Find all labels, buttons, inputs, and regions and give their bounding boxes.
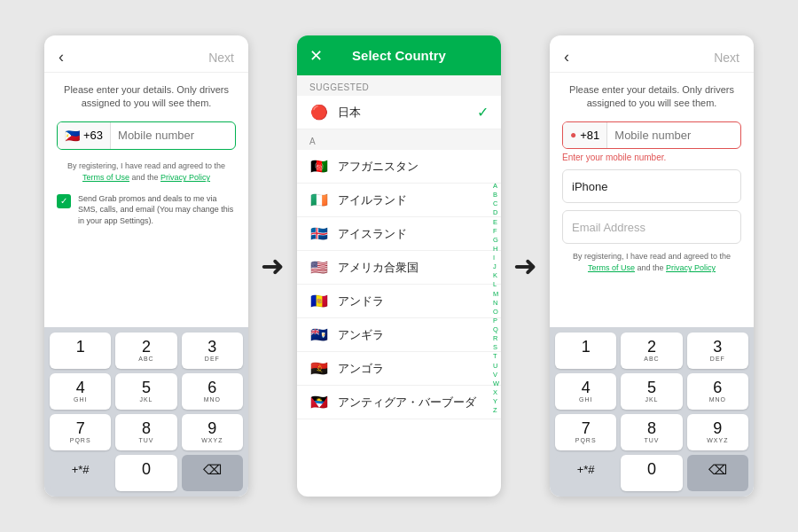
numpad-key-5[interactable]: 5 JKL: [115, 373, 176, 410]
main-container: ‹ Next Please enter your details. Only d…: [27, 18, 771, 514]
left-terms-of-use-link[interactable]: Terms of Use: [82, 173, 129, 182]
right-phone-body: Please enter your details. Only drivers …: [550, 73, 754, 327]
right-back-button[interactable]: ‹: [564, 48, 569, 66]
device-name-row: iPhone: [562, 169, 741, 203]
right-privacy-policy-link[interactable]: Privacy Policy: [666, 263, 716, 272]
anguilla-flag: 🇦🇮: [309, 326, 329, 343]
right-numpad-key-special[interactable]: +*#: [555, 455, 616, 491]
country-item-angola[interactable]: 🇦🇴 アンゴラ: [297, 352, 501, 386]
modal-header: ✕ Select Country: [297, 35, 501, 75]
numpad-key-7[interactable]: 7 PQRS: [50, 414, 111, 450]
right-country-code[interactable]: ● +81: [563, 122, 607, 148]
japan-flag: 🔴: [309, 104, 329, 121]
andorra-name: アンドラ: [338, 293, 489, 309]
country-item-andorra[interactable]: 🇦🇩 アンドラ: [297, 285, 501, 318]
left-promo-checkbox[interactable]: ✓: [57, 194, 71, 208]
right-numpad-key-9[interactable]: 9 WXYZ: [687, 414, 748, 450]
numpad-key-9[interactable]: 9 WXYZ: [182, 414, 243, 450]
right-next-button[interactable]: Next: [714, 51, 739, 65]
country-item-iceland[interactable]: 🇮🇸 アイスランド: [297, 217, 501, 251]
arrow-modal-to-right: ➜: [510, 249, 541, 283]
ireland-name: アイルランド: [338, 192, 489, 208]
afghanistan-flag: 🇦🇫: [309, 158, 329, 175]
iceland-flag: 🇮🇸: [309, 225, 329, 242]
error-message: Enter your mobile number.: [562, 153, 741, 162]
country-item-japan[interactable]: 🔴 日本 ✓: [297, 96, 501, 129]
numpad-key-0[interactable]: 0: [115, 455, 176, 491]
right-code-text: +81: [580, 129, 599, 142]
country-item-afghanistan[interactable]: 🇦🇫 アフガニスタン: [297, 150, 501, 184]
left-back-button[interactable]: ‹: [59, 48, 64, 66]
ireland-flag: 🇮🇪: [309, 192, 329, 208]
left-phone-header: ‹ Next: [44, 35, 248, 73]
arrow-left-to-modal: ➜: [257, 249, 288, 283]
right-phone-input-row[interactable]: ● +81: [562, 121, 741, 149]
country-select-modal: ✕ Select Country SUGGESTED 🔴 日本 ✓ A 🇦🇫 ア…: [297, 35, 501, 497]
right-numpad-key-1[interactable]: 1: [555, 332, 616, 369]
country-item-usa[interactable]: 🇺🇸 アメリカ合衆国: [297, 251, 501, 285]
left-country-code[interactable]: 🇵🇭 +63: [58, 122, 111, 149]
left-next-button[interactable]: Next: [208, 51, 234, 65]
japan-name: 日本: [338, 105, 468, 121]
anguilla-name: アンギラ: [338, 327, 489, 343]
right-numpad-key-4[interactable]: 4 GHI: [555, 373, 616, 410]
numpad-key-special[interactable]: +*#: [50, 455, 111, 491]
right-arrow-icon-1: ➜: [261, 249, 285, 283]
numpad-key-8[interactable]: 8 TUV: [115, 414, 176, 450]
right-numpad-key-5[interactable]: 5 JKL: [621, 373, 682, 410]
left-code-text: +63: [83, 129, 103, 142]
numpad-key-4[interactable]: 4 GHI: [50, 373, 111, 410]
iceland-name: アイスランド: [338, 226, 489, 242]
email-placeholder-text: Email Address: [572, 221, 645, 234]
right-flag-jp: ●: [570, 129, 576, 141]
left-phone-input-row[interactable]: 🇵🇭 +63: [57, 121, 236, 150]
angola-flag: 🇦🇴: [309, 360, 329, 377]
numpad-key-backspace[interactable]: ⌫: [182, 455, 243, 491]
numpad-key-6[interactable]: 6 MNO: [182, 373, 243, 410]
country-list[interactable]: 🇦🇫 アフガニスタン 🇮🇪 アイルランド 🇮🇸 アイスランド 🇺🇸 アメリカ合衆…: [297, 150, 501, 496]
left-promo-text: Send Grab promos and deals to me via SMS…: [78, 193, 236, 227]
usa-name: アメリカ合衆国: [338, 260, 489, 276]
section-a-label: A: [297, 129, 501, 150]
usa-flag: 🇺🇸: [309, 259, 329, 276]
right-terms-of-use-link[interactable]: Terms of Use: [588, 263, 635, 272]
suggested-section-label: SUGGESTED: [297, 75, 501, 96]
numpad-key-2[interactable]: 2 ABC: [115, 332, 176, 369]
country-item-anguilla[interactable]: 🇦🇮 アンギラ: [297, 318, 501, 352]
left-flag-ph: 🇵🇭: [65, 129, 80, 143]
antigua-name: アンティグア・バーブーダ: [338, 395, 489, 411]
right-numpad-key-7[interactable]: 7 PQRS: [555, 414, 616, 450]
right-numpad-key-backspace[interactable]: ⌫: [687, 455, 748, 491]
right-numpad-key-2[interactable]: 2 ABC: [621, 332, 682, 369]
japan-checkmark: ✓: [477, 104, 489, 121]
alphabet-bar[interactable]: A B C D E F G H I J K L M N O P Q R S T: [493, 182, 499, 415]
right-numpad: 1 2 ABC 3 DEF 4 GHI 5 JKL 6 MNO: [550, 327, 754, 497]
right-numpad-key-0[interactable]: 0: [621, 455, 682, 491]
left-mobile-input[interactable]: [111, 122, 235, 149]
left-phone-screen: ‹ Next Please enter your details. Only d…: [44, 35, 248, 497]
country-item-antigua[interactable]: 🇦🇬 アンティグア・バーブーダ: [297, 386, 501, 419]
right-mobile-input[interactable]: [607, 122, 740, 148]
right-arrow-icon-2: ➜: [513, 249, 537, 283]
right-numpad-key-3[interactable]: 3 DEF: [687, 332, 748, 369]
device-name-text: iPhone: [572, 180, 607, 193]
antigua-flag: 🇦🇬: [309, 394, 329, 411]
left-privacy-policy-link[interactable]: Privacy Policy: [160, 173, 210, 182]
modal-content-area: SUGGESTED 🔴 日本 ✓ A 🇦🇫 アフガニスタン 🇮🇪 アイルランド …: [297, 75, 501, 497]
modal-title: Select Country: [352, 48, 446, 63]
modal-close-button[interactable]: ✕: [309, 46, 323, 66]
right-phone-header: ‹ Next: [550, 35, 754, 73]
numpad-key-1[interactable]: 1: [50, 332, 111, 369]
left-subtitle: Please enter your details. Only drivers …: [57, 83, 236, 111]
right-phone-screen: ‹ Next Please enter your details. Only d…: [550, 35, 754, 497]
right-numpad-key-8[interactable]: 8 TUV: [621, 414, 682, 450]
country-item-ireland[interactable]: 🇮🇪 アイルランド: [297, 184, 501, 217]
email-input-row[interactable]: Email Address: [562, 210, 741, 244]
right-numpad-key-6[interactable]: 6 MNO: [687, 373, 748, 410]
angola-name: アンゴラ: [338, 361, 489, 377]
left-phone-body: Please enter your details. Only drivers …: [44, 73, 248, 327]
right-terms-text: By registering, I have read and agreed t…: [562, 251, 741, 275]
numpad-key-3[interactable]: 3 DEF: [182, 332, 243, 369]
right-subtitle: Please enter your details. Only drivers …: [562, 83, 741, 111]
andorra-flag: 🇦🇩: [309, 293, 329, 309]
